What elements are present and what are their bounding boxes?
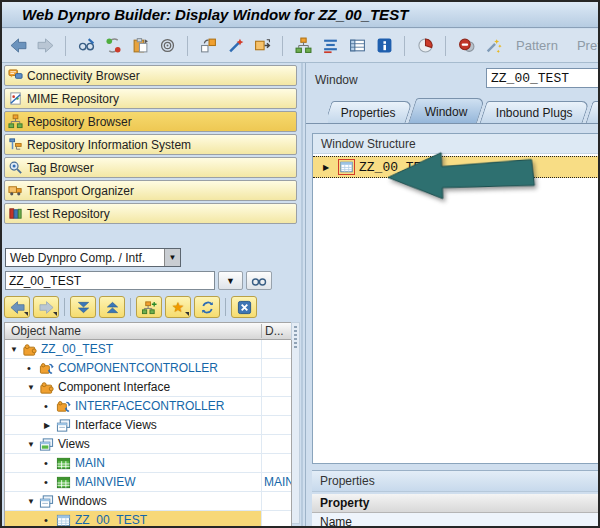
other-window-icon[interactable] bbox=[252, 36, 272, 56]
refresh-icon bbox=[200, 300, 215, 315]
close-icon bbox=[237, 300, 252, 315]
object-history-dropdown-button[interactable]: ▼ bbox=[218, 271, 243, 290]
expand-all-button[interactable] bbox=[70, 296, 96, 318]
nav-button-tag-browser[interactable]: Tag Browser bbox=[4, 157, 297, 178]
display-object-button[interactable] bbox=[246, 271, 272, 290]
tab-inbound-plugs[interactable]: Inbound Plugs bbox=[480, 101, 590, 124]
hierarchy-plus-icon bbox=[142, 300, 157, 315]
collapse-icon[interactable]: ▼ bbox=[27, 440, 39, 449]
forward-icon[interactable] bbox=[35, 36, 55, 56]
table-view-icon[interactable] bbox=[347, 36, 367, 56]
copy-icon[interactable] bbox=[130, 36, 150, 56]
info-icon[interactable] bbox=[374, 36, 394, 56]
sort-icon[interactable] bbox=[320, 36, 340, 56]
tree-toolbar: ★ bbox=[4, 295, 297, 319]
tab-baseline bbox=[306, 123, 598, 124]
mime-icon bbox=[8, 91, 23, 106]
display-change-icon[interactable] bbox=[76, 36, 96, 56]
leaf-bullet: • bbox=[44, 457, 56, 469]
forward-icon bbox=[39, 300, 54, 315]
tree-row[interactable]: •INTERFACECONTROLLER bbox=[5, 397, 291, 416]
tree-row[interactable]: ▼Windows bbox=[5, 492, 291, 511]
nav-button-connectivity-browser[interactable]: Connectivity Browser bbox=[4, 65, 297, 86]
views-icon bbox=[39, 437, 56, 452]
scrollbar-grip[interactable] bbox=[294, 326, 297, 348]
window-name-input[interactable] bbox=[486, 68, 600, 88]
window-table-icon bbox=[339, 160, 355, 175]
add-hierarchy-button[interactable] bbox=[136, 296, 162, 318]
object-type-select[interactable]: Web Dynpro Comp. / Intf. ▼ bbox=[5, 248, 181, 267]
favorites-button[interactable]: ★ bbox=[165, 296, 191, 318]
tree-row[interactable]: ▼Component Interface bbox=[5, 378, 291, 397]
nav-button-repository-browser[interactable]: Repository Browser bbox=[4, 111, 297, 132]
object-name-input[interactable] bbox=[5, 271, 215, 290]
nav-button-label: Repository Browser bbox=[27, 115, 132, 129]
properties-section-header[interactable]: Properties bbox=[312, 470, 598, 492]
nav-button-test-repository[interactable]: Test Repository bbox=[4, 203, 297, 224]
refresh-icon[interactable] bbox=[103, 36, 123, 56]
work-area: Window Properties Window Inbound Plugs O… bbox=[305, 63, 598, 526]
column-header-object-name[interactable]: Object Name bbox=[5, 324, 261, 338]
collapse-icon[interactable]: ▼ bbox=[27, 497, 39, 506]
tree-row[interactable]: •MAINVIEW MAINV bbox=[5, 473, 291, 492]
toolbar-separator bbox=[64, 298, 65, 316]
view-table-icon bbox=[56, 456, 73, 471]
leaf-bullet: • bbox=[44, 400, 56, 412]
nav-button-mime-repository[interactable]: MIME Repository bbox=[4, 88, 297, 109]
collapse-all-button[interactable] bbox=[99, 296, 125, 318]
double-chevron-up-icon bbox=[105, 300, 120, 315]
main-toolbar: Pattern Pretty Printer bbox=[2, 29, 598, 63]
controller-icon bbox=[56, 399, 73, 414]
pretty-wand-icon[interactable] bbox=[483, 36, 503, 56]
property-column-header: Property bbox=[312, 494, 598, 513]
tab-window[interactable]: Window bbox=[407, 98, 484, 124]
nav-button-transport-organizer[interactable]: Transport Organizer bbox=[4, 180, 297, 201]
expand-icon[interactable]: ▶ bbox=[44, 421, 56, 430]
nav-button-repository-information-system[interactable]: Repository Information System bbox=[4, 134, 297, 155]
performance-icon[interactable] bbox=[415, 36, 435, 56]
object-tree: ▼ZZ_00_TEST •COMPONENTCONTROLLER ▼Compon… bbox=[4, 340, 292, 526]
tree-scrollbar[interactable] bbox=[291, 322, 300, 524]
tree-row[interactable]: ▼ZZ_00_TEST bbox=[5, 340, 291, 359]
window-title: Web Dynpro Builder: Display Window for Z… bbox=[2, 2, 598, 28]
chevron-down-icon[interactable]: ▼ bbox=[164, 249, 180, 266]
back-icon bbox=[10, 300, 25, 315]
session-icon[interactable] bbox=[157, 36, 177, 56]
hierarchy-icon[interactable] bbox=[293, 36, 313, 56]
expand-icon[interactable]: ▶ bbox=[323, 163, 335, 172]
tab-properties[interactable]: Properties bbox=[328, 101, 412, 124]
close-browser-button[interactable] bbox=[231, 296, 257, 318]
create-icon[interactable] bbox=[198, 36, 218, 56]
collapse-icon[interactable]: ▼ bbox=[10, 345, 22, 354]
toolbar-separator bbox=[65, 36, 66, 56]
collapse-icon[interactable]: ▼ bbox=[27, 383, 39, 392]
property-row-name[interactable]: Name bbox=[312, 513, 598, 528]
history-forward-button[interactable] bbox=[33, 296, 59, 318]
tree-row[interactable]: •MAIN bbox=[5, 454, 291, 473]
favorites-star-icon: ★ bbox=[172, 300, 185, 314]
window-stack-icon bbox=[39, 494, 56, 509]
toolbar-separator bbox=[282, 36, 283, 56]
window-field-label: Window bbox=[315, 73, 358, 87]
wizard-icon[interactable] bbox=[225, 36, 245, 56]
test-repository-icon bbox=[8, 206, 23, 221]
pattern-button[interactable]: Pattern bbox=[510, 38, 564, 53]
toolbar-separator bbox=[445, 36, 446, 56]
tree-row-selected[interactable]: •ZZ_00_TEST bbox=[5, 511, 291, 526]
object-list-header[interactable]: Object Name D... bbox=[4, 322, 292, 340]
nav-button-label: Connectivity Browser bbox=[27, 69, 140, 83]
tree-row[interactable]: ▼Views bbox=[5, 435, 291, 454]
tree-row[interactable]: ▶Interface Views bbox=[5, 416, 291, 435]
dropdown-marker bbox=[53, 312, 57, 316]
check-icon[interactable] bbox=[456, 36, 476, 56]
pretty-printer-button[interactable]: Pretty Printer bbox=[571, 38, 600, 53]
back-icon[interactable] bbox=[8, 36, 28, 56]
refresh-tree-button[interactable] bbox=[194, 296, 220, 318]
toolbar-separator bbox=[187, 36, 188, 56]
leaf-bullet: • bbox=[44, 514, 56, 526]
nav-button-label: Test Repository bbox=[27, 207, 110, 221]
view-table-icon bbox=[56, 475, 73, 490]
column-header-description[interactable]: D... bbox=[261, 324, 291, 338]
tree-row[interactable]: •COMPONENTCONTROLLER bbox=[5, 359, 291, 378]
history-back-button[interactable] bbox=[4, 296, 30, 318]
